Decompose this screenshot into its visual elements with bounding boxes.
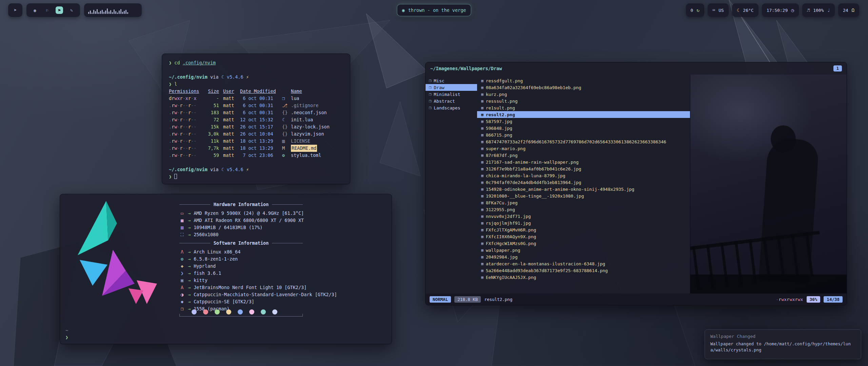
- file-row[interactable]: ▦ re1sult.png: [477, 104, 690, 111]
- tab-badge[interactable]: 1: [833, 65, 842, 72]
- file-row[interactable]: ▦ super-mario.png: [477, 145, 690, 152]
- sidebar-folder[interactable]: ❒ Draw: [426, 84, 477, 91]
- file-row[interactable]: ▦ 587597.jpg: [477, 118, 690, 125]
- command-line: ❯ cd .config/nvim: [169, 59, 343, 66]
- file-name: re1sult.png: [486, 105, 515, 110]
- image-file-icon: ▦: [481, 187, 484, 191]
- file-row[interactable]: ▦ chica-mirando-la-luna-8799.jpg: [477, 172, 690, 179]
- file-date: 7 oct 23:06: [240, 152, 282, 159]
- file-row[interactable]: ▦ kurz.png: [477, 91, 690, 98]
- software-section-header: Software Information: [179, 240, 303, 247]
- file-name: 68747470733a2f2f696d616765732d7769786d70…: [486, 139, 666, 144]
- keyboard-layout-module[interactable]: ⌨ US: [708, 3, 729, 17]
- file-row[interactable]: ▦ FXfcJlTXgAMvH6R.png: [477, 226, 690, 233]
- workspace-button[interactable]: ⚑: [56, 6, 63, 14]
- file-date: 12 oct 15:32: [240, 116, 282, 123]
- fetch-terminal-window[interactable]: Hardware Information ▭ → AMD Ryzen 9 590…: [60, 194, 392, 344]
- file-name: lazy-lock.json: [291, 123, 343, 130]
- sidebar-folder[interactable]: ❒ Misc: [426, 77, 477, 84]
- file-row[interactable]: ▦ nnvuv0xj2df71.jpg: [477, 213, 690, 220]
- file-row[interactable]: ▦ 866715.png: [477, 131, 690, 138]
- file-row[interactable]: ▦ 5a266e448add93deab367d87173e9f25-68378…: [477, 267, 690, 274]
- file-row[interactable]: ▦ atardecer-en-la-montanas-ilustracion-6…: [477, 260, 690, 267]
- file-date: 18 oct 13:29: [240, 138, 282, 145]
- clock-module[interactable]: 17:50:29 ◷: [762, 3, 799, 17]
- workspace-button[interactable]: ⚐: [43, 6, 51, 14]
- image-file-icon: ▦: [481, 79, 484, 83]
- notifications-module[interactable]: 24 Ω: [838, 3, 859, 17]
- file-name: README.md: [291, 145, 317, 152]
- file-row[interactable]: ▦ ressdfgult.png: [477, 77, 690, 84]
- launcher-button[interactable]: ➤: [8, 3, 22, 17]
- sidebar-folder[interactable]: ❒ Minimalist: [426, 91, 477, 98]
- clock-time: 17:50:29: [767, 8, 788, 13]
- file-row[interactable]: ▦ 68747470733a2f2f696d616765732d7769786d…: [477, 138, 690, 145]
- file-manager-header: ~/Imagenes/Wallpapers/Draw 1: [426, 62, 847, 75]
- listing-row: .rw-r--r-- 15k matt 26 oct 15:17 {} lazy…: [169, 123, 343, 130]
- file-row[interactable]: ▦ 217167-sad-anime-rain-wallpaper.png: [477, 159, 690, 165]
- file-row[interactable]: ▦ 20492984.jpg: [477, 253, 690, 260]
- shell-prompt[interactable]: ❯: [169, 173, 343, 180]
- weather-module[interactable]: ☾ 26°C: [732, 3, 758, 17]
- file-owner: matt: [223, 95, 240, 102]
- file-row[interactable]: ▦ 3126f7e9bbf21a8a4af0b67b041c6e26.jpg: [477, 165, 690, 172]
- file-row[interactable]: ▦ 596848.jpg: [477, 125, 690, 131]
- file-owner: matt: [223, 123, 240, 130]
- volume-module[interactable]: ♬ 100% ♩: [802, 3, 835, 17]
- file-name: stylua.toml: [291, 152, 343, 159]
- file-row[interactable]: ▦ 19201080-__blue-tinge__-1920x1080.jpg: [477, 192, 690, 199]
- file-name: FXfcHgcWIAMzs0G.png: [486, 241, 536, 246]
- notification-popup[interactable]: Wallpaper Changed Wallpaper changed to /…: [705, 329, 861, 359]
- shell-path-line: ~/.config/nvim via ☾ v5.4.6 ⚡: [169, 74, 343, 81]
- fetch-value: Arch Linux x86_64: [194, 248, 240, 256]
- file-name: 596848.jpg: [486, 126, 512, 131]
- arrow-icon: →: [188, 231, 191, 238]
- file-row[interactable]: ▦ wallpaper.png: [477, 247, 690, 253]
- updates-module[interactable]: 0 ↻: [686, 3, 704, 17]
- file-row[interactable]: ▦ 08a634fa02a32364f69ebc86a98eb1eb.png: [477, 84, 690, 91]
- folder-name: Landscapes: [434, 105, 460, 110]
- file-row[interactable]: ▦ 87r687df.png: [477, 152, 690, 159]
- visualizer-bar: [107, 8, 108, 14]
- breadcrumb-path: ~/Imagenes/Wallpapers/Draw: [430, 66, 502, 71]
- arrow-icon: →: [188, 270, 191, 277]
- software-icon: Λ: [179, 248, 185, 256]
- file-row[interactable]: ▦ EeNKYgIUcAAJ5JX.png: [477, 274, 690, 281]
- file-row[interactable]: ▦ result2.png: [477, 111, 690, 118]
- fetch-value: AMD ATI Radeon RX 6800/6800 XT / 6900 XT: [194, 217, 304, 224]
- fetch-value: 10948MiB / 64183MiB (17%): [194, 224, 262, 231]
- visualizer-bar: [103, 12, 104, 14]
- sidebar-folder[interactable]: ❒ Landscapes: [426, 104, 477, 111]
- sidebar-folder[interactable]: ❒ Abstract: [426, 98, 477, 104]
- arrow-icon: →: [188, 248, 191, 256]
- file-owner: matt: [223, 116, 240, 123]
- file-manager-window[interactable]: ~/Imagenes/Wallpapers/Draw 1 ❒ Misc ❒ Dr…: [425, 62, 847, 305]
- file-date: 26 oct 15:17: [240, 123, 282, 130]
- arrow-icon: →: [188, 284, 191, 291]
- file-row[interactable]: ▦ rsjqojlmjhf91.jpg: [477, 220, 690, 226]
- file-row[interactable]: ▦ 8FKa7Cu.jpeg: [477, 199, 690, 206]
- image-file-icon: ▦: [481, 99, 484, 103]
- arrow-icon: →: [188, 224, 191, 231]
- file-row[interactable]: ▦ 0c794faf07de24a4db4d4fb1eb813964.jpg: [477, 179, 690, 186]
- file-date: 6 oct 00:31: [240, 95, 282, 102]
- file-row[interactable]: ▦ 154928-odinokoe_anime-art-anime-okno-s…: [477, 186, 690, 192]
- fetch-line: ❯ → fish 3.6.1: [179, 270, 383, 277]
- image-file-icon: ▦: [481, 140, 484, 144]
- workspace-button[interactable]: ✎: [68, 6, 75, 14]
- shell-prompt[interactable]: ~ ❯: [65, 327, 68, 341]
- software-icon: ▣: [179, 277, 185, 284]
- folder-name: Abstract: [434, 99, 455, 104]
- file-row[interactable]: ▦ FXfcII0X0AQyn9X.png: [477, 233, 690, 240]
- terminal-window[interactable]: ❯ cd .config/nvim ~/.config/nvim via ☾ v…: [162, 54, 350, 184]
- file-permissions: -rwxrwxrwx: [776, 297, 803, 302]
- updates-count: 0: [691, 8, 693, 13]
- listing-row: .rw-r--r-- 72 matt 12 oct 15:32 ☾ init.l…: [169, 116, 343, 123]
- file-row[interactable]: ▦ FXfcHgcWIAMzs0G.png: [477, 240, 690, 247]
- file-name: 5a266e448add93deab367d87173e9f25-6837886…: [486, 268, 608, 273]
- file-row[interactable]: ▦ resssult.png: [477, 98, 690, 104]
- now-playing-module[interactable]: ◉ thrown - on the verge: [397, 4, 471, 16]
- workspace-button[interactable]: ◉: [31, 6, 39, 14]
- file-row[interactable]: ▦ 3122955.png: [477, 206, 690, 213]
- shell-path-line: ~/.config/nvim via ☾ v5.4.6 ⚡: [169, 166, 343, 173]
